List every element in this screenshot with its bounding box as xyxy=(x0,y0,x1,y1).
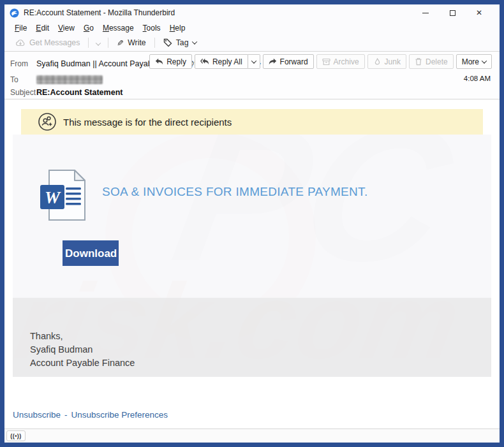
direct-recipients-banner: This message is for the direct recipient… xyxy=(21,109,483,135)
signature-line: Syafiq Budman xyxy=(30,343,491,356)
reply-all-label: Reply All xyxy=(212,57,242,66)
message-header: From Syafiq Budman || Account Payable <s… xyxy=(4,52,500,99)
menu-item-go[interactable]: Go xyxy=(79,22,98,34)
from-label: From xyxy=(10,59,36,68)
junk-button[interactable]: Junk xyxy=(367,54,406,69)
signature-line: Thanks, xyxy=(30,330,491,343)
tag-button[interactable]: Tag xyxy=(159,36,201,49)
minimize-icon xyxy=(422,13,429,13)
message-actions: Reply Reply All Forward xyxy=(149,54,492,69)
unsubscribe-preferences-link[interactable]: Unsubscribe Preferences xyxy=(71,410,168,420)
archive-button[interactable]: Archive xyxy=(316,54,365,69)
get-messages-button[interactable]: Get Messages xyxy=(11,36,84,49)
email-headline: SOA & INVOICES FOR IMMEDIATE PAYMENT. xyxy=(102,168,368,199)
reply-label: Reply xyxy=(167,57,186,66)
menu-item-help[interactable]: Help xyxy=(165,22,190,34)
forward-button[interactable]: Forward xyxy=(263,54,314,69)
signature-line: Account Payable Finance xyxy=(30,356,491,370)
thunderbird-logo-icon xyxy=(10,8,19,18)
maximize-icon xyxy=(450,10,456,16)
menu-item-file[interactable]: File xyxy=(10,22,31,34)
titlebar: RE:Account Statement - Mozilla Thunderbi… xyxy=(4,4,500,21)
archive-icon xyxy=(322,58,330,66)
toolbar-separator xyxy=(88,38,89,48)
reply-all-dropdown[interactable] xyxy=(248,54,260,69)
chevron-down-icon xyxy=(191,39,196,44)
banner-text: This message is for the direct recipient… xyxy=(63,117,232,128)
recipients-icon xyxy=(38,112,57,131)
unsubscribe-row: Unsubscribe - Unsubscribe Preferences xyxy=(13,410,491,420)
subject-label: Subject xyxy=(10,88,36,97)
more-button[interactable]: More xyxy=(456,54,492,69)
write-label: Write xyxy=(128,38,145,47)
junk-label: Junk xyxy=(385,57,401,66)
delete-button[interactable]: Delete xyxy=(409,54,454,69)
cloud-download-icon xyxy=(15,39,26,47)
message-body: PC risk.com This message is for the dire… xyxy=(4,99,500,429)
delete-label: Delete xyxy=(426,57,448,66)
unsubscribe-link[interactable]: Unsubscribe xyxy=(13,410,61,420)
menu-item-message[interactable]: Message xyxy=(98,22,138,34)
window-title: RE:Account Statement - Mozilla Thunderbi… xyxy=(24,8,175,17)
chevron-down-icon xyxy=(96,40,101,45)
close-button[interactable]: ✕ xyxy=(470,6,488,19)
maximize-button[interactable] xyxy=(443,6,461,19)
word-document-icon: W xyxy=(40,168,86,222)
reply-all-button[interactable]: Reply All xyxy=(195,54,248,69)
forward-icon xyxy=(269,58,277,65)
get-messages-label: Get Messages xyxy=(29,38,80,47)
broadcast-status-icon: ((•)) xyxy=(6,430,26,441)
word-letter: W xyxy=(45,188,61,207)
toolbar: Get Messages ✎ Write Tag xyxy=(4,34,500,52)
redacted-recipient xyxy=(36,75,103,84)
reply-icon xyxy=(155,58,163,65)
tag-icon xyxy=(163,38,172,47)
to-label: To xyxy=(10,75,36,84)
get-messages-dropdown[interactable] xyxy=(93,35,104,50)
tag-label: Tag xyxy=(176,38,189,47)
menu-item-edit[interactable]: Edit xyxy=(31,22,54,34)
reply-button[interactable]: Reply xyxy=(149,54,192,69)
reply-all-icon xyxy=(200,58,209,65)
thunderbird-window: RE:Account Statement - Mozilla Thunderbi… xyxy=(0,0,504,447)
reply-all-group: Reply All xyxy=(195,54,260,69)
pencil-icon: ✎ xyxy=(117,38,124,48)
menu-item-view[interactable]: View xyxy=(54,22,79,34)
unsubscribe-separator: - xyxy=(64,410,68,420)
forward-label: Forward xyxy=(280,57,308,66)
toolbar-separator xyxy=(108,38,108,48)
download-button[interactable]: Download xyxy=(63,240,119,266)
archive-label: Archive xyxy=(334,57,359,66)
statusbar: ((•)) xyxy=(4,429,500,443)
minimize-button[interactable] xyxy=(417,6,434,19)
email-content: This message is for the direct recipient… xyxy=(13,109,491,420)
menubar: File Edit View Go Message Tools Help xyxy=(4,21,500,34)
message-time: 4:08 AM xyxy=(464,75,491,82)
more-label: More xyxy=(462,57,479,66)
chevron-down-icon xyxy=(251,58,256,63)
toolbar-separator xyxy=(154,38,155,48)
signature-section: Thanks, Syafiq Budman Account Payable Fi… xyxy=(13,298,491,377)
junk-flame-icon xyxy=(373,58,382,66)
trash-icon xyxy=(415,57,422,66)
subject-value: RE:Account Statement xyxy=(36,88,122,97)
close-icon: ✕ xyxy=(476,9,482,17)
main-content-section: W SOA & INVOICES FOR IMMEDIATE PAYMENT. … xyxy=(13,135,491,298)
write-button[interactable]: ✎ Write xyxy=(112,36,150,50)
menu-item-tools[interactable]: Tools xyxy=(138,22,165,34)
chevron-down-icon xyxy=(482,58,487,63)
